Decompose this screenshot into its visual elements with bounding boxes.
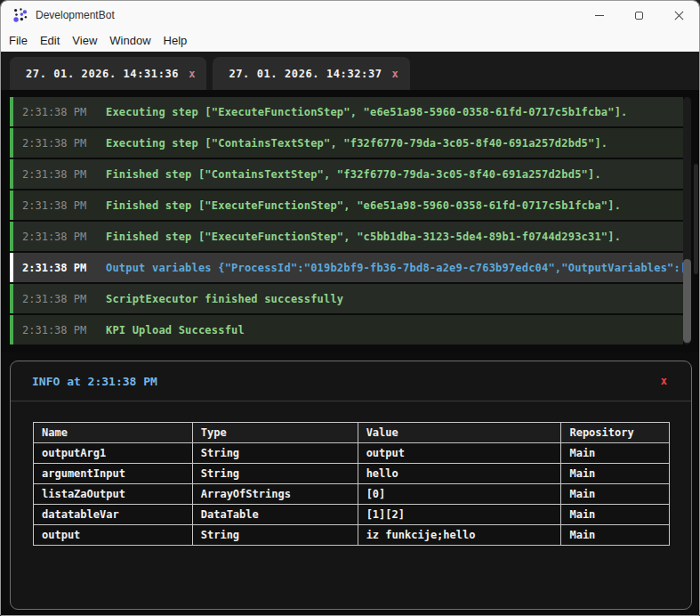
table-cell: listaZaOutput bbox=[34, 484, 193, 505]
table-cell: datatableVar bbox=[34, 505, 193, 525]
close-icon bbox=[674, 11, 684, 20]
column-header-type: Type bbox=[192, 423, 358, 443]
minimize-icon bbox=[595, 15, 604, 16]
table-cell: ArrayOfStrings bbox=[192, 484, 358, 505]
tab-label: 27. 01. 2026. 14:32:37 bbox=[229, 68, 382, 80]
app-logo-icon bbox=[12, 7, 28, 23]
variables-table: NameTypeValueRepositoryoutputArg1Stringo… bbox=[33, 422, 670, 546]
minimize-button[interactable] bbox=[579, 1, 619, 29]
table-cell: output bbox=[34, 525, 193, 546]
log-row[interactable]: 2:31:38 PMFinished step ["ExecuteFunctio… bbox=[10, 190, 683, 220]
log-timestamp: 2:31:38 PM bbox=[22, 106, 90, 118]
log-row[interactable]: 2:31:38 PMKPI Upload Successful bbox=[10, 315, 683, 344]
tab-0[interactable]: 27. 01. 2026. 14:31:36x bbox=[10, 57, 206, 90]
table-header-row: NameTypeValueRepository bbox=[34, 423, 670, 443]
log-message: Executing step ["ContainsTextStep", "f32… bbox=[106, 137, 607, 150]
table-cell: argumentInput bbox=[34, 464, 193, 484]
log-scrollbar-thumb[interactable] bbox=[683, 259, 691, 343]
table-cell: outputArg1 bbox=[34, 443, 193, 464]
table-cell: Main bbox=[561, 484, 670, 505]
log-timestamp: 2:31:38 PM bbox=[22, 262, 90, 274]
info-panel-body: NameTypeValueRepositoryoutputArg1Stringo… bbox=[11, 401, 691, 546]
close-button[interactable] bbox=[659, 1, 699, 29]
menu-item-edit[interactable]: Edit bbox=[34, 34, 66, 47]
log-row[interactable]: 2:31:38 PMFinished step ["ExecuteFunctio… bbox=[10, 222, 683, 251]
table-cell: [1][2] bbox=[358, 505, 561, 525]
table-row[interactable]: outputArg1StringoutputMain bbox=[34, 443, 670, 464]
log-timestamp: 2:31:38 PM bbox=[22, 293, 90, 305]
table-cell: DataTable bbox=[192, 505, 358, 525]
log-message: Output variables {"ProcessId":"019b2bf9-… bbox=[106, 262, 683, 274]
table-row[interactable]: listaZaOutputArrayOfStrings[0]Main bbox=[34, 484, 670, 505]
table-cell: Main bbox=[561, 525, 670, 546]
info-panel-header: INFO at 2:31:38 PM x bbox=[11, 361, 691, 401]
tab-1[interactable]: 27. 01. 2026. 14:32:37x bbox=[213, 57, 409, 90]
table-cell: hello bbox=[358, 464, 561, 484]
log-row[interactable]: 2:31:38 PMOutput variables {"ProcessId":… bbox=[10, 253, 683, 282]
log-message: Executing step ["ExecuteFunctionStep", "… bbox=[106, 106, 628, 118]
table-row[interactable]: argumentInputStringhelloMain bbox=[34, 464, 670, 484]
menu-item-file[interactable]: File bbox=[3, 34, 34, 47]
menu-item-view[interactable]: View bbox=[66, 34, 103, 47]
maximize-button[interactable] bbox=[619, 1, 659, 29]
window-scrollbar-thumb[interactable] bbox=[694, 164, 698, 274]
table-cell: Main bbox=[561, 505, 670, 525]
log-message: ScriptExecutor finished successfully bbox=[106, 293, 343, 305]
menu-item-window[interactable]: Window bbox=[103, 34, 157, 47]
column-header-repository: Repository bbox=[561, 423, 670, 443]
menu-bar: FileEditViewWindowHelp bbox=[1, 29, 699, 52]
main-content: 27. 01. 2026. 14:31:36x27. 01. 2026. 14:… bbox=[1, 52, 699, 615]
log-row[interactable]: 2:31:38 PMFinished step ["ContainsTextSt… bbox=[10, 159, 683, 189]
log-row[interactable]: 2:31:38 PMScriptExecutor finished succes… bbox=[10, 284, 683, 313]
table-cell: iz funkcije;hello bbox=[358, 525, 561, 546]
log-row[interactable]: 2:31:38 PMExecuting step ["ContainsTextS… bbox=[10, 128, 683, 158]
titlebar: DevelopmentBot bbox=[1, 1, 699, 29]
menu-item-help[interactable]: Help bbox=[157, 34, 194, 47]
log-list: 2:31:38 PMExecuting step ["ExecuteFuncti… bbox=[10, 97, 683, 344]
table-cell: Main bbox=[561, 443, 670, 464]
maximize-icon bbox=[635, 12, 643, 20]
table-cell: [0] bbox=[358, 484, 561, 505]
table-row[interactable]: outputStringiz funkcije;helloMain bbox=[34, 525, 670, 546]
table-cell: String bbox=[192, 525, 358, 546]
tab-close-icon[interactable]: x bbox=[189, 68, 195, 80]
info-panel: INFO at 2:31:38 PM x NameTypeValueReposi… bbox=[10, 361, 692, 610]
info-panel-title: INFO at 2:31:38 PM bbox=[32, 375, 661, 388]
table-cell: output bbox=[358, 443, 561, 464]
log-timestamp: 2:31:38 PM bbox=[22, 324, 90, 336]
log-timestamp: 2:31:38 PM bbox=[22, 137, 90, 150]
table-row[interactable]: datatableVarDataTable[1][2]Main bbox=[34, 505, 670, 525]
log-message: Finished step ["ExecuteFunctionStep", "e… bbox=[106, 199, 621, 212]
tab-label: 27. 01. 2026. 14:31:36 bbox=[26, 68, 179, 80]
column-header-value: Value bbox=[358, 423, 561, 443]
table-cell: String bbox=[192, 464, 358, 484]
tab-strip: 27. 01. 2026. 14:31:36x27. 01. 2026. 14:… bbox=[1, 52, 699, 90]
table-cell: Main bbox=[561, 464, 670, 484]
window-controls bbox=[579, 1, 699, 29]
app-window: DevelopmentBot FileEditViewWindowHelp 27… bbox=[0, 0, 700, 616]
window-title: DevelopmentBot bbox=[36, 9, 115, 21]
log-message: Finished step ["ExecuteFunctionStep", "c… bbox=[106, 231, 621, 243]
column-header-name: Name bbox=[34, 423, 193, 443]
log-message: KPI Upload Successful bbox=[106, 324, 245, 336]
log-scrollbar[interactable] bbox=[683, 97, 691, 344]
log-row[interactable]: 2:31:38 PMExecuting step ["ExecuteFuncti… bbox=[10, 97, 683, 126]
log-timestamp: 2:31:38 PM bbox=[22, 199, 90, 212]
log-timestamp: 2:31:38 PM bbox=[22, 231, 90, 243]
info-panel-close-icon[interactable]: x bbox=[661, 375, 667, 387]
table-cell: String bbox=[192, 443, 358, 464]
log-message: Finished step ["ContainsTextStep", "f32f… bbox=[106, 168, 601, 181]
log-timestamp: 2:31:38 PM bbox=[22, 168, 90, 181]
tab-close-icon[interactable]: x bbox=[392, 68, 398, 80]
log-area: 2:31:38 PMExecuting step ["ExecuteFuncti… bbox=[1, 90, 699, 353]
